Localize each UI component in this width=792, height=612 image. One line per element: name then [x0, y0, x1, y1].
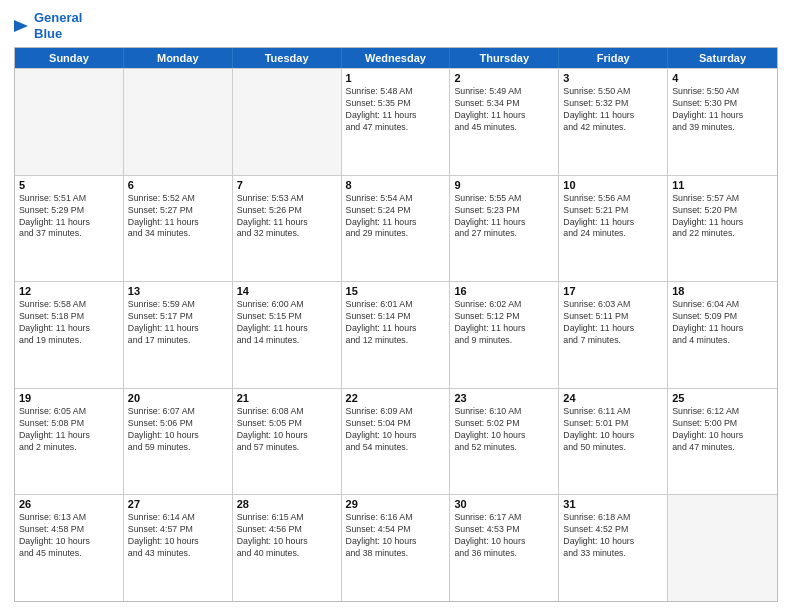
day-number: 9 — [454, 179, 554, 191]
day-cell-empty-4-6 — [668, 495, 777, 601]
day-cell-28: 28Sunrise: 6:15 AM Sunset: 4:56 PM Dayli… — [233, 495, 342, 601]
day-cell-23: 23Sunrise: 6:10 AM Sunset: 5:02 PM Dayli… — [450, 389, 559, 495]
day-info: Sunrise: 5:55 AM Sunset: 5:23 PM Dayligh… — [454, 193, 554, 241]
day-number: 4 — [672, 72, 773, 84]
day-number: 3 — [563, 72, 663, 84]
day-info: Sunrise: 5:52 AM Sunset: 5:27 PM Dayligh… — [128, 193, 228, 241]
logo: GeneralBlue — [14, 10, 82, 41]
day-cell-18: 18Sunrise: 6:04 AM Sunset: 5:09 PM Dayli… — [668, 282, 777, 388]
day-info: Sunrise: 5:50 AM Sunset: 5:30 PM Dayligh… — [672, 86, 773, 134]
header: GeneralBlue — [14, 10, 778, 41]
day-cell-12: 12Sunrise: 5:58 AM Sunset: 5:18 PM Dayli… — [15, 282, 124, 388]
day-cell-empty-0-1 — [124, 69, 233, 175]
header-cell-sunday: Sunday — [15, 48, 124, 68]
day-info: Sunrise: 6:18 AM Sunset: 4:52 PM Dayligh… — [563, 512, 663, 560]
day-info: Sunrise: 5:56 AM Sunset: 5:21 PM Dayligh… — [563, 193, 663, 241]
day-info: Sunrise: 6:03 AM Sunset: 5:11 PM Dayligh… — [563, 299, 663, 347]
day-info: Sunrise: 6:14 AM Sunset: 4:57 PM Dayligh… — [128, 512, 228, 560]
header-cell-saturday: Saturday — [668, 48, 777, 68]
calendar-week-1: 1Sunrise: 5:48 AM Sunset: 5:35 PM Daylig… — [15, 68, 777, 175]
day-cell-3: 3Sunrise: 5:50 AM Sunset: 5:32 PM Daylig… — [559, 69, 668, 175]
day-number: 31 — [563, 498, 663, 510]
day-number: 14 — [237, 285, 337, 297]
day-info: Sunrise: 6:05 AM Sunset: 5:08 PM Dayligh… — [19, 406, 119, 454]
day-number: 6 — [128, 179, 228, 191]
calendar-week-4: 19Sunrise: 6:05 AM Sunset: 5:08 PM Dayli… — [15, 388, 777, 495]
day-info: Sunrise: 5:53 AM Sunset: 5:26 PM Dayligh… — [237, 193, 337, 241]
day-number: 22 — [346, 392, 446, 404]
day-number: 12 — [19, 285, 119, 297]
day-cell-14: 14Sunrise: 6:00 AM Sunset: 5:15 PM Dayli… — [233, 282, 342, 388]
day-info: Sunrise: 6:08 AM Sunset: 5:05 PM Dayligh… — [237, 406, 337, 454]
day-number: 11 — [672, 179, 773, 191]
day-cell-empty-0-2 — [233, 69, 342, 175]
day-number: 21 — [237, 392, 337, 404]
day-info: Sunrise: 6:15 AM Sunset: 4:56 PM Dayligh… — [237, 512, 337, 560]
day-number: 26 — [19, 498, 119, 510]
day-number: 8 — [346, 179, 446, 191]
day-info: Sunrise: 6:07 AM Sunset: 5:06 PM Dayligh… — [128, 406, 228, 454]
header-cell-thursday: Thursday — [450, 48, 559, 68]
day-number: 15 — [346, 285, 446, 297]
day-number: 29 — [346, 498, 446, 510]
day-cell-22: 22Sunrise: 6:09 AM Sunset: 5:04 PM Dayli… — [342, 389, 451, 495]
day-info: Sunrise: 5:59 AM Sunset: 5:17 PM Dayligh… — [128, 299, 228, 347]
logo-text: GeneralBlue — [34, 10, 82, 41]
day-info: Sunrise: 6:10 AM Sunset: 5:02 PM Dayligh… — [454, 406, 554, 454]
day-info: Sunrise: 6:09 AM Sunset: 5:04 PM Dayligh… — [346, 406, 446, 454]
day-info: Sunrise: 6:16 AM Sunset: 4:54 PM Dayligh… — [346, 512, 446, 560]
day-cell-19: 19Sunrise: 6:05 AM Sunset: 5:08 PM Dayli… — [15, 389, 124, 495]
day-number: 2 — [454, 72, 554, 84]
day-cell-16: 16Sunrise: 6:02 AM Sunset: 5:12 PM Dayli… — [450, 282, 559, 388]
day-info: Sunrise: 6:01 AM Sunset: 5:14 PM Dayligh… — [346, 299, 446, 347]
day-info: Sunrise: 6:13 AM Sunset: 4:58 PM Dayligh… — [19, 512, 119, 560]
header-cell-wednesday: Wednesday — [342, 48, 451, 68]
day-number: 25 — [672, 392, 773, 404]
day-number: 16 — [454, 285, 554, 297]
day-cell-10: 10Sunrise: 5:56 AM Sunset: 5:21 PM Dayli… — [559, 176, 668, 282]
day-cell-29: 29Sunrise: 6:16 AM Sunset: 4:54 PM Dayli… — [342, 495, 451, 601]
day-number: 7 — [237, 179, 337, 191]
day-number: 30 — [454, 498, 554, 510]
header-cell-friday: Friday — [559, 48, 668, 68]
day-cell-15: 15Sunrise: 6:01 AM Sunset: 5:14 PM Dayli… — [342, 282, 451, 388]
day-number: 1 — [346, 72, 446, 84]
day-number: 27 — [128, 498, 228, 510]
day-info: Sunrise: 6:11 AM Sunset: 5:01 PM Dayligh… — [563, 406, 663, 454]
day-info: Sunrise: 6:00 AM Sunset: 5:15 PM Dayligh… — [237, 299, 337, 347]
day-info: Sunrise: 6:12 AM Sunset: 5:00 PM Dayligh… — [672, 406, 773, 454]
day-cell-5: 5Sunrise: 5:51 AM Sunset: 5:29 PM Daylig… — [15, 176, 124, 282]
day-cell-8: 8Sunrise: 5:54 AM Sunset: 5:24 PM Daylig… — [342, 176, 451, 282]
day-number: 19 — [19, 392, 119, 404]
day-cell-24: 24Sunrise: 6:11 AM Sunset: 5:01 PM Dayli… — [559, 389, 668, 495]
calendar-body: 1Sunrise: 5:48 AM Sunset: 5:35 PM Daylig… — [15, 68, 777, 601]
logo-triangle-icon — [14, 12, 30, 40]
calendar-week-5: 26Sunrise: 6:13 AM Sunset: 4:58 PM Dayli… — [15, 494, 777, 601]
day-number: 17 — [563, 285, 663, 297]
day-cell-empty-0-0 — [15, 69, 124, 175]
day-cell-31: 31Sunrise: 6:18 AM Sunset: 4:52 PM Dayli… — [559, 495, 668, 601]
page: GeneralBlue SundayMondayTuesdayWednesday… — [0, 0, 792, 612]
day-cell-4: 4Sunrise: 5:50 AM Sunset: 5:30 PM Daylig… — [668, 69, 777, 175]
calendar: SundayMondayTuesdayWednesdayThursdayFrid… — [14, 47, 778, 602]
day-info: Sunrise: 5:51 AM Sunset: 5:29 PM Dayligh… — [19, 193, 119, 241]
day-cell-7: 7Sunrise: 5:53 AM Sunset: 5:26 PM Daylig… — [233, 176, 342, 282]
day-number: 18 — [672, 285, 773, 297]
day-number: 13 — [128, 285, 228, 297]
day-info: Sunrise: 5:48 AM Sunset: 5:35 PM Dayligh… — [346, 86, 446, 134]
day-info: Sunrise: 5:50 AM Sunset: 5:32 PM Dayligh… — [563, 86, 663, 134]
day-number: 24 — [563, 392, 663, 404]
day-info: Sunrise: 6:04 AM Sunset: 5:09 PM Dayligh… — [672, 299, 773, 347]
day-number: 20 — [128, 392, 228, 404]
day-info: Sunrise: 5:57 AM Sunset: 5:20 PM Dayligh… — [672, 193, 773, 241]
calendar-header-row: SundayMondayTuesdayWednesdayThursdayFrid… — [15, 48, 777, 68]
day-cell-25: 25Sunrise: 6:12 AM Sunset: 5:00 PM Dayli… — [668, 389, 777, 495]
header-cell-monday: Monday — [124, 48, 233, 68]
day-info: Sunrise: 5:49 AM Sunset: 5:34 PM Dayligh… — [454, 86, 554, 134]
day-cell-11: 11Sunrise: 5:57 AM Sunset: 5:20 PM Dayli… — [668, 176, 777, 282]
svg-marker-0 — [14, 20, 28, 32]
day-cell-2: 2Sunrise: 5:49 AM Sunset: 5:34 PM Daylig… — [450, 69, 559, 175]
day-number: 5 — [19, 179, 119, 191]
day-number: 10 — [563, 179, 663, 191]
day-cell-20: 20Sunrise: 6:07 AM Sunset: 5:06 PM Dayli… — [124, 389, 233, 495]
